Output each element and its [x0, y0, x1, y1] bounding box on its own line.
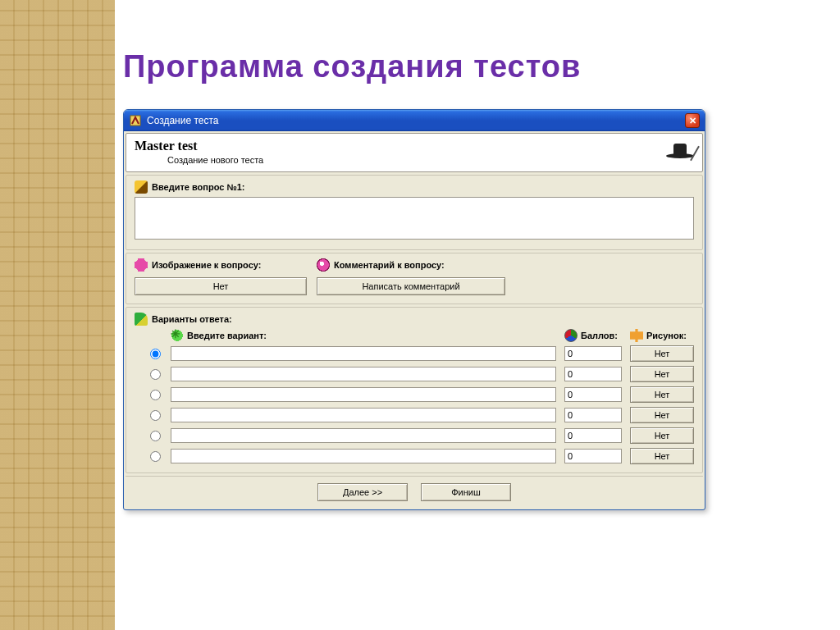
wizard-hat-icon [666, 139, 694, 162]
answers-panel: Варианты ответа: Введите вариант: Баллов… [126, 307, 703, 473]
window-body: Master test Создание нового теста Введит… [124, 131, 705, 509]
answer-row: Нет [148, 366, 694, 382]
answer-image-button[interactable]: Нет [630, 407, 694, 423]
variant-header: Введите вариант: [187, 331, 267, 340]
answer-image-button[interactable]: Нет [630, 427, 694, 444]
next-button[interactable]: Далее >> [317, 483, 408, 501]
question-image-button[interactable]: Нет [135, 277, 307, 295]
answer-score-input[interactable] [564, 387, 622, 402]
answer-score-input[interactable] [564, 346, 622, 361]
answer-text-input[interactable] [171, 408, 556, 422]
close-icon: ✕ [689, 116, 696, 126]
answer-image-button[interactable]: Нет [630, 448, 694, 464]
answer-row: Нет [148, 407, 694, 423]
answer-row: Нет [148, 386, 694, 403]
wizard-title: Master test [135, 139, 666, 153]
answer-image-button[interactable]: Нет [630, 386, 694, 403]
answer-score-input[interactable] [564, 367, 622, 381]
answer-radio[interactable] [150, 349, 161, 359]
answer-score-input[interactable] [564, 449, 622, 463]
slide: Программа создания тестов Создание теста… [0, 0, 840, 630]
finish-button[interactable]: Финиш [421, 483, 511, 501]
comment-icon [317, 258, 330, 272]
answer-row: Нет [148, 448, 694, 464]
attachments-panel: Изображение к вопросу: Нет Комментарий к… [126, 253, 703, 304]
slide-title: Программа создания тестов [123, 49, 807, 84]
pencil-icon [135, 180, 148, 194]
answer-image-button[interactable]: Нет [630, 345, 694, 362]
answer-radio[interactable] [150, 390, 161, 400]
wizard-subtitle: Создание нового теста [167, 155, 666, 165]
flower-icon [135, 258, 148, 272]
question-label: Введите вопрос №1: [152, 182, 244, 192]
wizard-buttons: Далее >> Финиш [126, 476, 703, 508]
answer-radio[interactable] [150, 451, 161, 462]
answer-radio[interactable] [150, 369, 161, 380]
star-icon [171, 329, 184, 342]
answer-text-input[interactable] [171, 387, 556, 402]
answer-row: Нет [148, 427, 694, 444]
question-comment-button[interactable]: Написать комментарий [317, 277, 505, 295]
image-label: Изображение к вопросу: [152, 260, 261, 270]
window-title: Создание теста [147, 115, 680, 126]
puzzle-icon [630, 329, 643, 342]
answer-text-input[interactable] [171, 346, 556, 361]
question-panel: Введите вопрос №1: [126, 175, 703, 250]
answers-section-label: Варианты ответа: [152, 314, 232, 324]
tag-icon [135, 313, 148, 326]
window-titlebar[interactable]: Создание теста ✕ [124, 110, 705, 131]
window-close-button[interactable]: ✕ [685, 113, 700, 128]
image-header: Рисунок: [646, 331, 687, 340]
answer-radio[interactable] [150, 410, 161, 421]
app-icon [129, 114, 142, 127]
pie-icon [564, 329, 578, 342]
answer-text-input[interactable] [171, 367, 556, 381]
answer-score-input[interactable] [564, 408, 622, 422]
answer-text-input[interactable] [171, 449, 556, 463]
app-window: Создание теста ✕ Master test Создание но… [123, 109, 705, 510]
wizard-header: Master test Создание нового теста [126, 133, 703, 172]
answer-row: Нет [148, 345, 694, 362]
answer-radio[interactable] [150, 431, 161, 441]
answer-image-button[interactable]: Нет [630, 366, 694, 382]
question-input[interactable] [135, 197, 694, 240]
comment-label: Комментарий к вопросу: [334, 260, 445, 270]
answer-score-input[interactable] [564, 428, 622, 443]
answer-text-input[interactable] [171, 428, 556, 443]
score-header: Баллов: [581, 331, 618, 340]
